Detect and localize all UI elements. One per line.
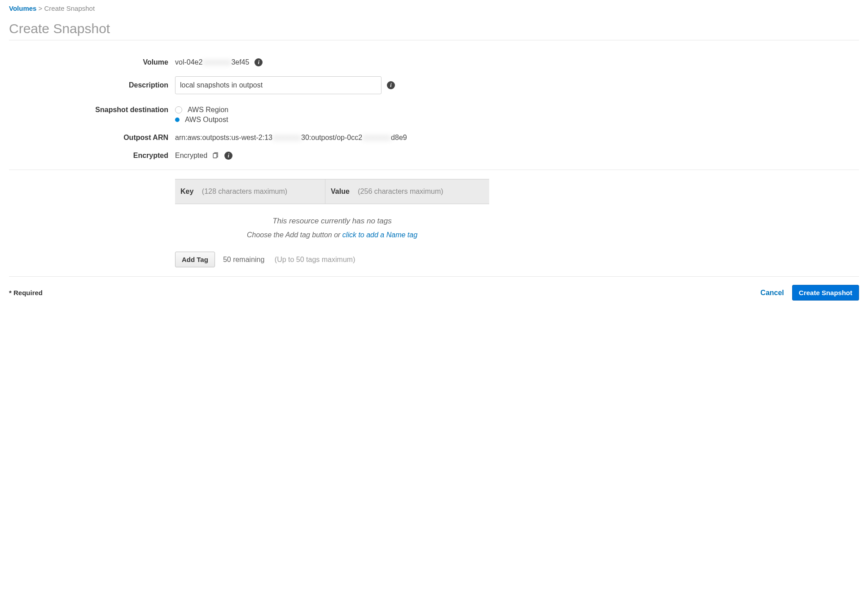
label-snapshot-destination: Snapshot destination: [9, 104, 175, 114]
svg-rect-0: [213, 153, 217, 158]
radio-unchecked-icon: [175, 106, 182, 113]
volume-id-prefix: vol-04e2: [175, 58, 202, 66]
info-icon[interactable]: i: [254, 58, 263, 66]
cancel-button[interactable]: Cancel: [760, 289, 784, 297]
tags-key-hint: (128 characters maximum): [202, 187, 287, 195]
volume-id-hidden: xxxxxxxx: [202, 58, 231, 66]
encrypted-value: Encrypted: [175, 152, 207, 160]
tags-value-label: Value: [331, 187, 350, 195]
radio-group-destination: AWS Region AWS Outpost: [175, 104, 228, 124]
footer-actions: Cancel Create Snapshot: [760, 285, 859, 301]
tags-remaining-hint: 50 remaining (Up to 50 tags maximum): [223, 256, 355, 264]
tags-prompt-prefix: Choose the Add tag button or: [247, 231, 342, 239]
footer: * Required Cancel Create Snapshot: [9, 276, 859, 301]
add-tag-button[interactable]: Add Tag: [175, 252, 215, 267]
row-encrypted: Encrypted Encrypted i: [9, 152, 859, 160]
tags-empty-message: This resource currently has no tags: [175, 217, 489, 226]
required-note: * Required: [9, 289, 43, 296]
tag-actions: Add Tag 50 remaining (Up to 50 tags maxi…: [175, 252, 489, 267]
description-input[interactable]: [175, 76, 381, 94]
outpost-arn-suffix: d8e9: [391, 134, 407, 142]
tags-value-column-header: Value (256 characters maximum): [325, 179, 489, 204]
copy-icon[interactable]: [212, 152, 219, 159]
section-divider: [9, 170, 859, 170]
info-icon[interactable]: i: [387, 81, 395, 89]
tags-max-hint: (Up to 50 tags maximum): [275, 256, 355, 263]
radio-checked-icon: [175, 118, 180, 122]
tags-remaining: 50 remaining: [223, 256, 265, 263]
row-description: Description i: [9, 76, 859, 94]
breadcrumb-current: Create Snapshot: [44, 4, 95, 12]
breadcrumb-parent-link[interactable]: Volumes: [9, 4, 36, 12]
outpost-arn-hidden-2: xxxxxxxx: [362, 134, 391, 142]
create-snapshot-button[interactable]: Create Snapshot: [792, 285, 859, 301]
radio-option-region[interactable]: AWS Region: [175, 106, 228, 114]
radio-label-outpost: AWS Outpost: [185, 116, 228, 124]
label-encrypted: Encrypted: [9, 152, 175, 160]
label-description: Description: [9, 81, 175, 89]
tags-key-label: Key: [180, 187, 193, 195]
tags-header: Key (128 characters maximum) Value (256 …: [175, 179, 489, 204]
label-volume: Volume: [9, 58, 175, 66]
page-title: Create Snapshot: [9, 21, 859, 40]
tags-prompt: Choose the Add tag button or click to ad…: [175, 231, 489, 239]
tags-key-column-header: Key (128 characters maximum): [175, 179, 325, 204]
outpost-arn-hidden-1: xxxxxxxx: [272, 134, 301, 142]
info-icon[interactable]: i: [224, 152, 232, 160]
label-outpost-arn: Outpost ARN: [9, 134, 175, 142]
outpost-arn-mid: 30:outpost/op-0cc2: [301, 134, 362, 142]
row-snapshot-destination: Snapshot destination AWS Region AWS Outp…: [9, 104, 859, 124]
tags-value-hint: (256 characters maximum): [358, 187, 443, 195]
row-outpost-arn: Outpost ARN arn:aws:outposts:us-west-2:1…: [9, 134, 859, 142]
add-name-tag-link[interactable]: click to add a Name tag: [342, 231, 417, 239]
row-volume: Volume vol-04e2xxxxxxxx3ef45 i: [9, 58, 859, 66]
breadcrumb-separator: >: [39, 4, 43, 12]
radio-option-outpost[interactable]: AWS Outpost: [175, 116, 228, 124]
outpost-arn-prefix: arn:aws:outposts:us-west-2:13: [175, 134, 272, 142]
tags-area: Key (128 characters maximum) Value (256 …: [175, 179, 489, 267]
breadcrumb: Volumes > Create Snapshot: [9, 4, 859, 12]
radio-label-region: AWS Region: [188, 106, 228, 114]
volume-id-suffix: 3ef45: [231, 58, 249, 66]
